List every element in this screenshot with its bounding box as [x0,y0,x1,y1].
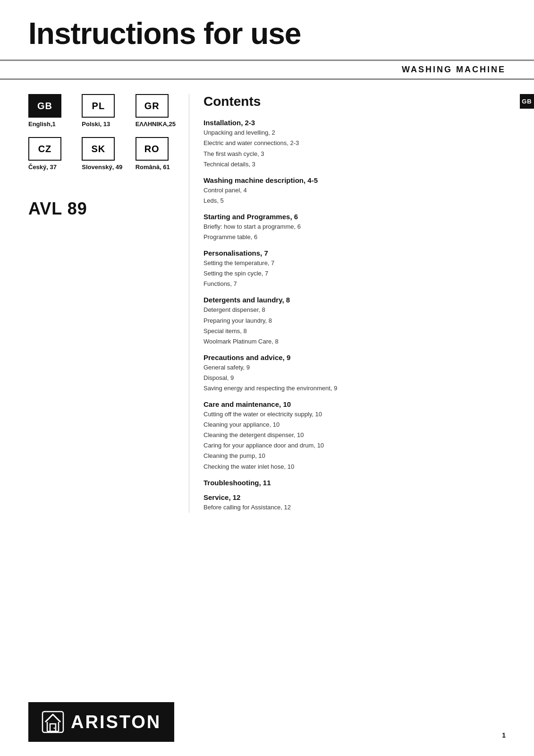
section-starting: Starting and Programmes, 6 Briefly: how … [203,213,506,242]
page-number: 1 [502,731,506,739]
lang-code-sk: SK [91,144,105,155]
section-items-wm-description: Control panel, 4 Leds, 5 [203,185,506,206]
model-name: AVL 89 [28,199,179,219]
lang-code-pl: PL [92,101,105,112]
lang-item-sk: SK Slovenský, 49 [82,137,126,171]
section-items-care: Cutting off the water or electricity sup… [203,409,506,472]
section-service: Service, 12 Before calling for Assistanc… [203,493,506,513]
language-grid: GB English,1 PL Polski, 13 GR ΕΛΛΗΝ [28,94,179,171]
lang-box-pl: PL [82,94,115,118]
section-heading-detergents: Detergents and laundry, 8 [203,296,506,304]
lang-item-gr: GR ΕΛΛΗΝΙΚΑ,25 [136,94,179,128]
section-wm-description: Washing machine description, 4-5 Control… [203,176,506,206]
lang-box-ro: RO [136,137,169,161]
section-heading-starting: Starting and Programmes, 6 [203,213,506,221]
section-heading-personalisations: Personalisations, 7 [203,249,506,257]
section-personalisations: Personalisations, 7 Setting the temperat… [203,249,506,289]
lang-label-ro: Română, 61 [136,163,170,171]
lang-code-gr: GR [144,101,160,112]
section-care: Care and maintenance, 10 Cutting off the… [203,400,506,472]
gb-tab: GB [520,94,534,109]
lang-box-gb: GB [28,94,61,118]
lang-label-cz: Český, 37 [28,163,57,171]
svg-point-2 [54,728,55,729]
lang-label-pl: Polski, 13 [82,120,110,128]
section-heading-precautions: Precautions and advice, 9 [203,353,506,361]
section-items-precautions: General safety, 9 Disposal, 9 Saving ene… [203,362,506,394]
section-troubleshooting: Troubleshooting, 11 [203,479,506,487]
lang-label-gr: ΕΛΛΗΝΙΚΑ,25 [136,120,176,128]
section-heading-service: Service, 12 [203,493,506,501]
ariston-brand-name: ARISTON [71,712,161,732]
lang-item-gb: GB English,1 [28,94,72,128]
section-heading-care: Care and maintenance, 10 [203,400,506,408]
left-column: GB English,1 PL Polski, 13 GR ΕΛΛΗΝ [28,94,189,512]
section-items-personalisations: Setting the temperature, 7 Setting the s… [203,258,506,289]
section-heading-wm-description: Washing machine description, 4-5 [203,176,506,184]
section-items-service: Before calling for Assistance, 12 [203,502,506,513]
lang-label-gb: English,1 [28,120,56,128]
header: Instructions for use [0,0,534,55]
section-heading-installation: Installation, 2-3 [203,119,506,127]
subtitle-text: WASHING MACHINE [402,65,506,75]
page: Instructions for use WASHING MACHINE GB … [0,0,534,756]
ariston-logo: ARISTON [28,702,174,742]
page-title: Instructions for use [28,17,506,50]
lang-code-ro: RO [144,144,160,155]
section-heading-troubleshooting: Troubleshooting, 11 [203,479,506,487]
svg-rect-1 [50,724,56,731]
lang-box-cz: CZ [28,137,61,161]
section-items-installation: Unpacking and levelling, 2 Electric and … [203,128,506,169]
right-column: GB Contents Installation, 2-3 Unpacking … [189,94,506,512]
lang-item-pl: PL Polski, 13 [82,94,126,128]
contents-title: Contents [203,94,506,109]
lang-box-gr: GR [136,94,169,118]
lang-label-sk: Slovenský, 49 [82,163,122,171]
lang-item-cz: CZ Český, 37 [28,137,72,171]
section-installation: Installation, 2-3 Unpacking and levellin… [203,119,506,169]
section-items-starting: Briefly: how to start a programme, 6 Pro… [203,222,506,242]
lang-item-ro: RO Română, 61 [136,137,179,171]
footer: ARISTON [0,702,534,742]
lang-code-gb: GB [37,101,52,112]
lang-code-cz: CZ [38,144,52,155]
ariston-house-icon [42,711,64,733]
lang-box-sk: SK [82,137,115,161]
section-items-detergents: Detergent dispenser, 8 Preparing your la… [203,305,506,346]
main-content: GB English,1 PL Polski, 13 GR ΕΛΛΗΝ [0,80,534,526]
section-precautions: Precautions and advice, 9 General safety… [203,353,506,394]
subtitle-bar: WASHING MACHINE [0,60,534,80]
section-detergents: Detergents and laundry, 8 Detergent disp… [203,296,506,346]
